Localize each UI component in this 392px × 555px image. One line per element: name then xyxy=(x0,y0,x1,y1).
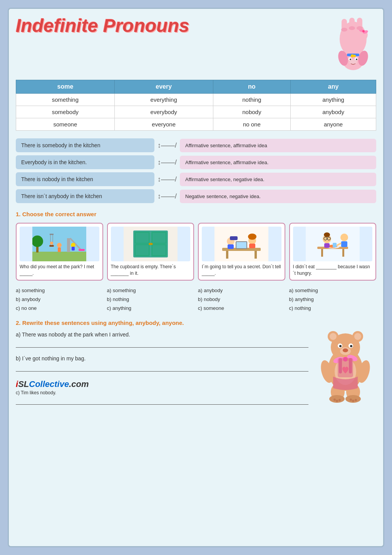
svg-point-22 xyxy=(353,55,356,57)
answer-line-a xyxy=(16,340,308,348)
svg-point-86 xyxy=(339,345,342,347)
svg-point-100 xyxy=(333,399,336,401)
exercise2-heading: 2. Rewrite these sentences using anythin… xyxy=(16,320,308,326)
svg-rect-31 xyxy=(72,247,75,251)
answer-col-3: a) anybody b) nobody c) someone xyxy=(198,287,285,312)
svg-rect-33 xyxy=(58,247,61,252)
sentence-row-1: There is somebody in the kitchen ↕——/ Af… xyxy=(16,138,376,152)
sentence-right-4: Negative sentence, negative idea. xyxy=(180,190,376,203)
exercise-image-4 xyxy=(293,227,373,261)
exercise2-content: 2. Rewrite these sentences using anythin… xyxy=(16,320,308,409)
col-some: some xyxy=(16,80,115,94)
cell-everything: everything xyxy=(114,94,213,106)
svg-rect-107 xyxy=(339,358,342,373)
table-row: somebody everybody nobody anybody xyxy=(16,106,376,118)
title-area: Indefinite Pronouns xyxy=(16,16,376,74)
cell-nobody: nobody xyxy=(213,106,291,118)
answer-4a: a) something xyxy=(289,287,377,294)
table-row: something everything nothing anything xyxy=(16,94,376,106)
svg-point-71 xyxy=(324,232,330,237)
answer-col-4: a) something b) anything c) nothing xyxy=(289,287,377,312)
answer-2c: c) anything xyxy=(107,304,194,312)
svg-point-83 xyxy=(354,333,361,340)
exercise-caption-3: I´m going to tell you a secret. Don´t te… xyxy=(202,264,281,277)
svg-rect-27 xyxy=(67,238,70,252)
svg-rect-72 xyxy=(324,243,330,248)
svg-point-81 xyxy=(330,333,337,340)
exercise-caption-4: I didn´t eat ________ because I wasn´t h… xyxy=(293,264,373,277)
page-title: Indefinite Pronouns xyxy=(16,16,326,36)
dog-illustration xyxy=(330,16,376,74)
table-row: someone everyone no one anyone xyxy=(16,118,376,131)
svg-point-16 xyxy=(362,30,365,32)
answer-3a: a) anybody xyxy=(198,287,285,294)
exercise1-section: 1. Choose the correct answer xyxy=(16,211,376,312)
exercise-image-3 xyxy=(202,227,281,261)
footer-logo: iSLCollective.com xyxy=(16,379,308,389)
cell-something: something xyxy=(16,94,115,106)
exercise2-section: 2. Rewrite these sentences using anythin… xyxy=(16,320,376,409)
svg-rect-29 xyxy=(79,249,85,251)
connector-4: ↕——/ xyxy=(157,192,177,200)
sentence-right-1: Affirmative sentence, affirmative idea xyxy=(180,139,376,152)
svg-point-90 xyxy=(343,348,348,352)
svg-rect-74 xyxy=(341,241,347,247)
answer-col-1: a) something b) anybody c) no one xyxy=(16,287,103,312)
answer-4c: c) nothing xyxy=(289,304,377,312)
svg-rect-51 xyxy=(226,251,228,259)
svg-point-9 xyxy=(349,59,357,65)
svg-point-73 xyxy=(340,234,348,241)
svg-point-102 xyxy=(338,399,341,401)
cell-someone: someone xyxy=(16,118,115,131)
svg-rect-56 xyxy=(230,236,238,240)
svg-point-21 xyxy=(351,54,354,57)
answer-1b: b) anybody xyxy=(16,296,103,303)
sentence-a: a) There was nobody at the park when I a… xyxy=(16,331,308,338)
answer-3b: b) nobody xyxy=(198,296,285,303)
sentence-b: b) I´ve got nothing in my bag. xyxy=(16,355,308,362)
exercise-card-2: The cupboard is empty. There´s _______ i… xyxy=(107,223,194,281)
exercise1-cards-grid: Who did you meet at the park? I met ____… xyxy=(16,223,376,281)
svg-rect-108 xyxy=(349,358,352,373)
answers-grid: a) something b) anybody c) no one a) som… xyxy=(16,287,376,312)
svg-point-103 xyxy=(350,399,352,401)
svg-point-104 xyxy=(352,400,354,402)
cell-anyone: anyone xyxy=(291,118,376,131)
sentence-row-2: Everybody is in the kitchen. ↕——/ Affirm… xyxy=(16,155,376,169)
answer-line-b xyxy=(16,364,308,372)
sentence-c: c) Tim likes nobody. xyxy=(16,390,308,395)
footer-text: iSLCollective.com xyxy=(16,379,89,389)
sentence-section: There is somebody in the kitchen ↕——/ Af… xyxy=(16,138,376,203)
bear-illustration xyxy=(315,320,376,397)
exercise1-heading: 1. Choose the correct answer xyxy=(16,211,376,217)
pronoun-table: some every no any something everything n… xyxy=(16,80,376,131)
answer-1a: a) something xyxy=(16,287,103,294)
svg-point-105 xyxy=(355,399,357,401)
sentence-right-2: Affirmative sentence, affirmative idea. xyxy=(180,156,376,169)
svg-point-101 xyxy=(336,400,338,402)
answer-1c: c) no one xyxy=(16,304,103,312)
exercise-card-4: I didn´t eat ________ because I wasn´t h… xyxy=(289,223,377,281)
svg-rect-63 xyxy=(321,249,323,257)
sentence-exercise-b: b) I´ve got nothing in my bag. xyxy=(16,355,308,372)
connector-2: ↕——/ xyxy=(157,158,177,166)
sentence-row-4: There isn´t anybody in the kitchen ↕——/ … xyxy=(16,189,376,203)
sentence-exercise-a: a) There was nobody at the park when I a… xyxy=(16,331,308,348)
footer-sl: SL xyxy=(18,379,29,389)
svg-rect-54 xyxy=(236,242,246,248)
answer-line-c xyxy=(16,397,308,405)
cell-everyone: everyone xyxy=(114,118,213,131)
answer-2a: a) something xyxy=(107,287,194,294)
exercise-caption-2: The cupboard is empty. There´s _______ i… xyxy=(111,264,191,277)
svg-point-19 xyxy=(357,26,363,30)
svg-point-18 xyxy=(349,26,355,30)
answer-col-2: a) something b) nothing c) anything xyxy=(107,287,194,312)
cell-nothing: nothing xyxy=(213,94,291,106)
cell-anything: anything xyxy=(291,94,376,106)
connector-1: ↕——/ xyxy=(157,141,177,150)
svg-rect-52 xyxy=(255,251,257,259)
exercise-image-2 xyxy=(111,227,191,261)
sentence-left-4: There isn´t anybody in the kitchen xyxy=(16,189,154,203)
svg-rect-76 xyxy=(333,243,337,247)
sentence-left-1: There is somebody in the kitchen xyxy=(16,138,154,152)
